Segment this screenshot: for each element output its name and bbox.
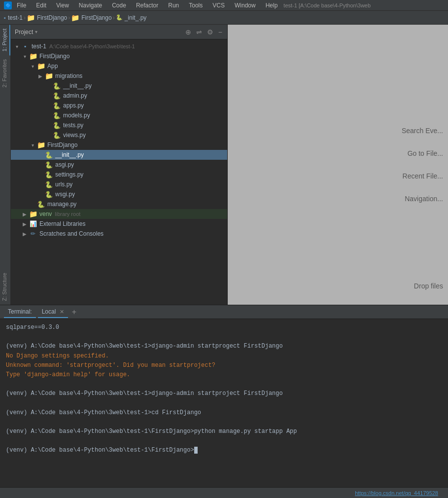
tree-item-admin[interactable]: 🐍 admin.py xyxy=(11,91,227,101)
tree-item-wsgi[interactable]: 🐍 wsgi.py xyxy=(11,189,227,199)
sidebar-tab-project[interactable]: 1: Project xyxy=(0,25,10,55)
terminal-line-9: (venv) A:\Code base\4-Python\3web\test-1… xyxy=(6,408,442,418)
status-link[interactable]: https://blog.csdn.net/qq_44179528 xyxy=(355,490,438,496)
editor-area[interactable]: Search Eve... Go to File... Recent File.… xyxy=(228,25,448,305)
admin-label: admin.py xyxy=(63,92,87,99)
migrations-folder-icon: 📁 xyxy=(44,72,53,80)
terminal-line-11: (venv) A:\Code base\4-Python\3web\test-1… xyxy=(6,427,442,436)
terminal-line-3: No Django settings specified. xyxy=(6,352,442,361)
tests-label: tests.py xyxy=(63,122,83,129)
bottom-panel: Terminal: Local ✕ + sqlparse==0.3.0 (ven… xyxy=(0,305,448,487)
app-init-label: __init__.py xyxy=(63,82,92,89)
breadcrumb-folder2[interactable]: 📁 FirstDjango xyxy=(71,14,111,22)
root-label: test-1 xyxy=(32,43,46,50)
app-folder-icon: 📁 xyxy=(36,62,45,70)
apps-py-icon: 🐍 xyxy=(52,102,61,109)
tree-item-tests[interactable]: 🐍 tests.py xyxy=(11,120,227,130)
drop-files-label: Drop files xyxy=(414,282,443,290)
menu-navigate[interactable]: Navigate xyxy=(77,1,104,10)
root-folder-icon: ▪ xyxy=(21,42,30,50)
sidebar-tab-structure[interactable]: Z: Structure xyxy=(0,269,10,305)
venv-arrow: ▶ xyxy=(21,212,29,217)
terminal-line-cursor: (venv) A:\Code base\4-Python\3web\test-1… xyxy=(6,446,442,455)
panel-tool-settings[interactable]: ⚙ xyxy=(206,27,214,37)
wsgi-label: wsgi.py xyxy=(55,191,75,198)
tree-item-manage[interactable]: 🐍 manage.py xyxy=(11,199,227,209)
tree-item-views[interactable]: 🐍 views.py xyxy=(11,130,227,140)
terminal-line-7: (venv) A:\Code base\4-Python\3web\test-1… xyxy=(6,389,442,398)
wsgi-py-icon: 🐍 xyxy=(44,190,53,198)
init-selected-py-icon: 🐍 xyxy=(44,151,53,159)
app-init-py-icon: 🐍 xyxy=(52,82,61,90)
settings-label: settings.py xyxy=(55,171,83,178)
menu-refactor[interactable]: Refactor xyxy=(134,1,160,10)
tree-item-models[interactable]: 🐍 models.py xyxy=(11,110,227,120)
asgi-py-icon: 🐍 xyxy=(44,161,53,169)
breadcrumb-file-label: _init_.py xyxy=(125,14,147,21)
ext-libs-icon: 📊 xyxy=(29,220,37,228)
terminal-tab-close[interactable]: ✕ xyxy=(60,309,64,315)
tree-item-urls[interactable]: 🐍 urls.py xyxy=(11,179,227,189)
terminal-content[interactable]: sqlparse==0.3.0 (venv) A:\Code base\4-Py… xyxy=(0,319,448,487)
status-bar: https://blog.csdn.net/qq_44179528 xyxy=(0,487,448,498)
terminal-cursor xyxy=(194,447,198,454)
menu-edit[interactable]: Edit xyxy=(34,1,48,10)
tree-item-venv[interactable]: ▶ 📁 venv library root xyxy=(11,209,227,219)
tree-item-migrations[interactable]: ▶ 📁 migrations xyxy=(11,71,227,81)
scratches-icon: ✏ xyxy=(29,230,37,238)
terminal-tab-local[interactable]: Local ✕ xyxy=(38,306,68,318)
tree-item-asgi[interactable]: 🐍 asgi.py xyxy=(11,160,227,170)
admin-py-icon: 🐍 xyxy=(52,92,61,100)
panel-title-label: Project xyxy=(15,29,33,36)
panel-tool-scope[interactable]: ⊕ xyxy=(184,27,192,37)
tree-item-app-init[interactable]: 🐍 __init__.py xyxy=(11,81,227,91)
py-icon-breadcrumb: 🐍 xyxy=(116,14,123,21)
panel-tool-minimize[interactable]: − xyxy=(217,27,223,37)
terminal-line-1 xyxy=(6,332,442,342)
menu-view[interactable]: View xyxy=(54,1,71,10)
migrations-arrow: ▶ xyxy=(36,73,44,79)
firstdjango-inner-folder-icon: 📁 xyxy=(36,141,45,149)
window-title: test-1 [A:\Code base\4-Python\3web xyxy=(283,2,371,8)
app-arrow: ▾ xyxy=(29,64,36,69)
firstdjango-inner-arrow: ▾ xyxy=(29,142,36,148)
terminal-add-tab[interactable]: + xyxy=(70,308,78,317)
app-label: App xyxy=(47,63,58,70)
menu-code[interactable]: Code xyxy=(110,1,128,10)
firstdjango-top-label: FirstDjango xyxy=(39,53,69,60)
sidebar-tab-favorites[interactable]: 2: Favorites xyxy=(0,55,10,91)
menu-window[interactable]: Window xyxy=(233,1,258,10)
tree-item-apps[interactable]: 🐍 apps.py xyxy=(11,101,227,110)
terminal-tab-label[interactable]: Terminal: xyxy=(4,306,36,318)
tree-item-firstdjango-top[interactable]: ▾ 📁 FirstDjango xyxy=(11,51,227,61)
firstdjango-inner-label: FirstDjango xyxy=(47,142,77,148)
menu-help[interactable]: Help xyxy=(264,1,280,10)
panel-tool-layout[interactable]: ⇌ xyxy=(195,27,203,37)
tree-item-app[interactable]: ▾ 📁 App xyxy=(11,61,227,71)
breadcrumb-folder2-label: FirstDjango xyxy=(81,14,111,21)
tree-item-settings[interactable]: 🐍 settings.py xyxy=(11,170,227,179)
breadcrumb: ▪ test-1 › 📁 FirstDjango › 📁 FirstDjango… xyxy=(0,11,448,25)
tree-item-ext-libs[interactable]: ▶ 📊 External Libraries xyxy=(11,219,227,229)
panel-title-arrow[interactable]: ▾ xyxy=(35,29,37,35)
tree-item-root[interactable]: ▾ ▪ test-1 A:\Code base\4-Python\3web\te… xyxy=(11,41,227,51)
breadcrumb-file[interactable]: 🐍 _init_.py xyxy=(116,14,147,21)
menu-run[interactable]: Run xyxy=(166,1,181,10)
menu-file[interactable]: File xyxy=(15,1,28,10)
menu-tools[interactable]: Tools xyxy=(187,1,205,10)
breadcrumb-folder1[interactable]: 📁 FirstDjango xyxy=(27,14,67,22)
models-py-icon: 🐍 xyxy=(52,111,61,119)
tree-item-scratches[interactable]: ▶ ✏ Scratches and Consoles xyxy=(11,229,227,239)
tree-item-init-selected[interactable]: 🐍 __init__.py xyxy=(11,150,227,160)
terminal-line-8 xyxy=(6,399,442,408)
folder-icon-1: 📁 xyxy=(27,14,35,22)
breadcrumb-project[interactable]: ▪ test-1 xyxy=(4,14,23,21)
terminal-line-2: (venv) A:\Code base\4-Python\3web\test-1… xyxy=(6,342,442,351)
terminal-line-0: sqlparse==0.3.0 xyxy=(6,323,442,332)
app-icon: 🔷 xyxy=(4,1,12,9)
panel-tools: ⊕ ⇌ ⚙ − xyxy=(184,27,223,37)
shortcut-navigation: Navigation... xyxy=(402,195,443,203)
tree-item-firstdjango-inner[interactable]: ▾ 📁 FirstDjango xyxy=(11,140,227,150)
file-tree: ▾ ▪ test-1 A:\Code base\4-Python\3web\te… xyxy=(11,39,227,305)
menu-vcs[interactable]: VCS xyxy=(210,1,227,10)
